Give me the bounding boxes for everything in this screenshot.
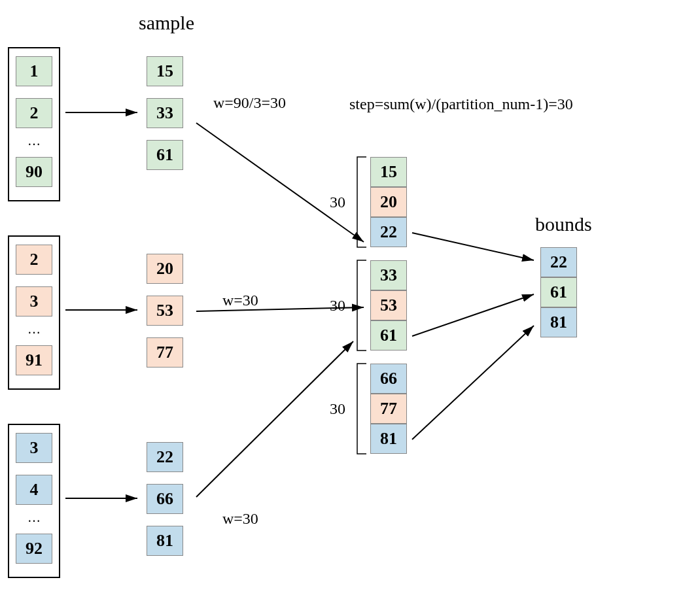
p1-cell-a: 1 [16, 56, 52, 86]
p2-dots: … [16, 322, 52, 337]
group-weight-1: 30 [330, 194, 345, 211]
bounds-cell-3: 81 [540, 307, 577, 337]
arrows-overlay [0, 0, 700, 599]
s2-cell-c: 77 [147, 337, 183, 368]
p3-cell-b: 4 [16, 475, 52, 505]
merged-cell-2: 22 [370, 217, 407, 247]
p2-cell-c: 91 [16, 345, 52, 375]
svg-line-3 [196, 123, 364, 242]
p2-cell-a: 2 [16, 245, 52, 275]
bounds-cell-2: 61 [540, 277, 577, 307]
p3-cell-a: 3 [16, 433, 52, 463]
group-weight-3: 30 [330, 400, 345, 418]
heading-bounds: bounds [535, 213, 592, 235]
s1-cell-a: 15 [147, 56, 183, 86]
p3-cell-c: 92 [16, 534, 52, 564]
s3-cell-a: 22 [147, 442, 183, 472]
weight-label-1: w=90/3=30 [213, 94, 286, 112]
merged-cell-3: 33 [370, 260, 407, 290]
bounds-cell-1: 22 [540, 247, 577, 277]
s2-cell-b: 53 [147, 296, 183, 326]
svg-line-6 [412, 233, 534, 260]
merged-cell-6: 66 [370, 364, 407, 394]
p3-dots: … [16, 510, 52, 525]
weight-label-3: w=30 [222, 510, 258, 528]
heading-sample: sample [139, 12, 194, 34]
merged-cell-7: 77 [370, 394, 407, 424]
merged-cell-1: 20 [370, 187, 407, 217]
p1-cell-c: 90 [16, 157, 52, 187]
svg-line-7 [412, 294, 534, 336]
s3-cell-b: 66 [147, 484, 183, 514]
merged-cell-5: 61 [370, 320, 407, 351]
step-formula: step=sum(w)/(partition_num-1)=30 [349, 95, 573, 113]
svg-line-8 [412, 326, 534, 439]
svg-line-5 [196, 341, 353, 497]
p1-cell-b: 2 [16, 98, 52, 128]
merged-cell-0: 15 [370, 157, 407, 187]
group-weight-2: 30 [330, 297, 345, 315]
merged-cell-8: 81 [370, 424, 407, 454]
s1-cell-b: 33 [147, 98, 183, 128]
s3-cell-c: 81 [147, 526, 183, 556]
s2-cell-a: 20 [147, 254, 183, 284]
merged-cell-4: 53 [370, 290, 407, 320]
weight-label-2: w=30 [222, 292, 258, 309]
p2-cell-b: 3 [16, 286, 52, 317]
p1-dots: … [16, 133, 52, 148]
s1-cell-c: 61 [147, 140, 183, 170]
